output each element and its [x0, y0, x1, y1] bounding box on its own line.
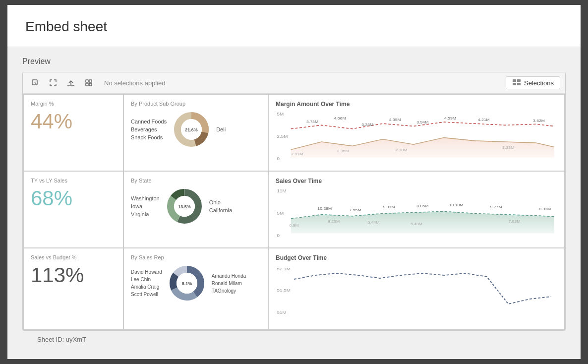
no-selections-text: No selections applied: [99, 79, 503, 87]
legend-lee: Lee Chin: [131, 277, 162, 282]
legend-amalia: Amalia Craig: [131, 284, 162, 290]
svg-text:4.59M: 4.59M: [444, 116, 456, 120]
by-product-title: By Product Sub Group: [131, 101, 261, 107]
search-zoom-icon[interactable]: [28, 75, 43, 90]
margin-kpi-cell: Margin % 44%: [24, 95, 123, 171]
svg-rect-3: [86, 80, 88, 82]
by-sales-rep-cell: By Sales Rep David Howard Lee Chin Amali…: [124, 248, 268, 329]
svg-text:5.44M: 5.44M: [368, 221, 380, 225]
preview-container: No selections applied Selections Margin …: [22, 72, 566, 331]
svg-text:51M: 51M: [277, 310, 286, 315]
margin-label: Margin %: [31, 101, 116, 107]
by-sales-rep-title: By Sales Rep: [131, 254, 261, 260]
modal-header: Embed sheet: [7, 5, 581, 47]
legend-iowa: Iowa: [131, 203, 160, 209]
svg-text:0: 0: [277, 156, 279, 161]
share-icon[interactable]: [63, 75, 78, 90]
svg-text:11M: 11M: [277, 189, 286, 193]
svb-kpi-cell: Sales vs Budget % 113%: [24, 248, 123, 329]
svg-text:2.38M: 2.38M: [395, 148, 407, 152]
margin-value: 44%: [31, 110, 116, 133]
grid-settings-icon[interactable]: [81, 75, 96, 90]
svg-text:5.49M: 5.49M: [411, 222, 422, 226]
by-state-title: By State: [131, 178, 261, 183]
svg-text:8.1%: 8.1%: [182, 281, 192, 286]
svg-rect-8: [517, 79, 521, 82]
modal-title: Embed sheet: [25, 19, 563, 35]
svg-text:8.85M: 8.85M: [416, 204, 428, 208]
svg-rect-7: [513, 79, 516, 82]
legend-deli: Deli: [216, 126, 226, 132]
svg-text:7.83M: 7.83M: [509, 220, 521, 224]
by-state-donut-row: Washington Iowa Virginia 13.5%: [131, 186, 261, 226]
selections-button[interactable]: Selections: [506, 76, 560, 89]
svg-text:2.91M: 2.91M: [291, 152, 303, 156]
legend-scott: Scott Powell: [131, 292, 162, 297]
svg-text:4.21M: 4.21M: [478, 118, 490, 122]
svg-text:10.18M: 10.18M: [449, 203, 464, 207]
by-product-cell: By Product Sub Group Canned Foods Bevera…: [124, 95, 268, 171]
preview-label: Preview: [22, 57, 566, 66]
dashboard: Margin % 44% By Product Sub Group Canned…: [23, 94, 565, 330]
svg-text:6.9M: 6.9M: [289, 223, 299, 227]
svg-text:9.77M: 9.77M: [490, 205, 502, 209]
legend-california: California: [209, 207, 232, 213]
svg-text:3.33M: 3.33M: [361, 123, 373, 127]
selections-label: Selections: [524, 79, 554, 87]
svg-text:10.28M: 10.28M: [317, 207, 332, 211]
tyvly-kpi-cell: TY vs LY Sales 68%: [24, 172, 123, 247]
modal-body: Preview: [7, 47, 581, 359]
svg-text:52.1M: 52.1M: [277, 267, 290, 271]
by-sales-rep-legend-left: David Howard Lee Chin Amalia Craig Scott…: [131, 269, 162, 297]
svb-value: 113%: [31, 263, 116, 287]
svg-text:8.23M: 8.23M: [328, 220, 340, 224]
svg-text:5M: 5M: [277, 211, 284, 215]
svg-rect-5: [86, 83, 88, 86]
svg-text:3.94M: 3.94M: [416, 121, 428, 124]
by-state-legend-right: Ohio California: [209, 199, 232, 213]
by-sales-rep-donut: 8.1%: [167, 263, 207, 303]
svg-text:2.35M: 2.35M: [337, 149, 349, 153]
modal: Embed sheet Preview: [7, 5, 581, 359]
by-state-legend-left: Washington Iowa Virginia: [131, 195, 160, 217]
svg-text:2.5M: 2.5M: [277, 134, 288, 138]
budget-chart-title: Budget Over Time: [276, 254, 557, 261]
by-product-donut: 21.6%: [172, 110, 211, 149]
svg-rect-10: [517, 83, 521, 85]
svg-text:4.35M: 4.35M: [389, 118, 401, 122]
by-product-legend-left: Canned Foods Beverages Snack Foods: [131, 119, 167, 140]
margin-chart-title: Margin Amount Over Time: [276, 101, 557, 108]
svg-text:3.33M: 3.33M: [502, 145, 514, 149]
toolbar: No selections applied Selections: [23, 72, 565, 94]
svg-line-1: [35, 82, 36, 84]
sheet-id-footer: Sheet ID: uyXmT: [22, 331, 566, 348]
legend-david: David Howard: [131, 269, 162, 275]
legend-canned: Canned Foods: [131, 119, 167, 124]
legend-beverages: Beverages: [131, 126, 167, 132]
sheet-id-text: Sheet ID: uyXmT: [37, 336, 86, 343]
svg-text:3.73M: 3.73M: [306, 120, 318, 124]
legend-snack: Snack Foods: [131, 134, 167, 140]
legend-ronald: Ronald Milam: [212, 281, 246, 286]
legend-amanda: Amanda Honda: [212, 273, 246, 279]
tyvly-label: TY vs LY Sales: [31, 178, 116, 183]
margin-chart-cell: Margin Amount Over Time 5M 2.5M 0: [269, 95, 564, 171]
svg-text:9.81M: 9.81M: [383, 205, 395, 209]
tyvly-value: 68%: [31, 186, 116, 210]
sales-chart-cell: Sales Over Time 11M 5M 0: [269, 172, 564, 247]
by-state-cell: By State Washington Iowa Virginia: [124, 172, 268, 247]
legend-virginia: Virginia: [131, 211, 160, 217]
fullscreen-icon[interactable]: [46, 75, 60, 90]
legend-washington: Washington: [131, 195, 160, 201]
budget-chart-cell: Budget Over Time 52.1M 51.5M 51M: [269, 248, 564, 329]
svg-text:8.33M: 8.33M: [539, 207, 551, 211]
svg-rect-9: [513, 83, 516, 85]
svg-text:0: 0: [277, 233, 279, 238]
svg-text:3.62M: 3.62M: [533, 119, 545, 123]
svg-text:4.66M: 4.66M: [334, 116, 346, 120]
by-product-donut-row: Canned Foods Beverages Snack Foods: [131, 110, 261, 149]
svg-text:7.55M: 7.55M: [350, 208, 361, 212]
svb-label: Sales vs Budget %: [31, 254, 116, 260]
svg-text:5M: 5M: [277, 112, 284, 117]
svg-text:13.5%: 13.5%: [178, 204, 191, 209]
